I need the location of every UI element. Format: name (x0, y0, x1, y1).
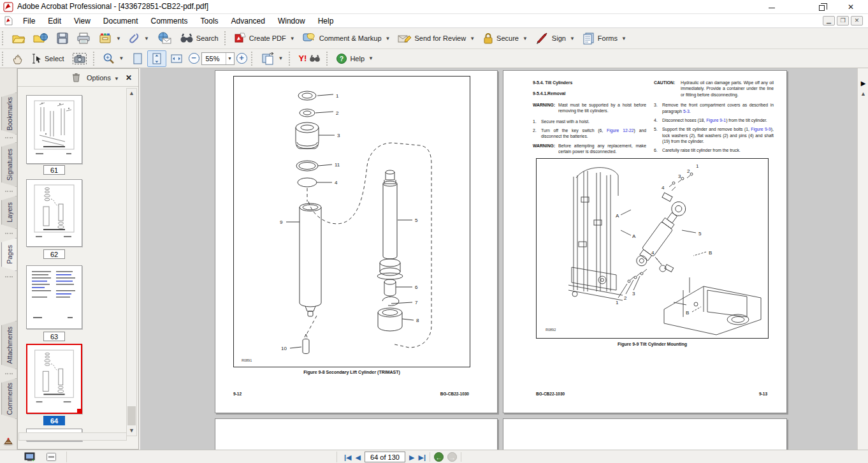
page-number-label[interactable]: 63 (43, 332, 65, 341)
dropdown-caret-icon: ▼ (119, 55, 124, 61)
panel-expand-icon[interactable]: ▶ (859, 78, 867, 89)
search-button[interactable]: Search (176, 30, 222, 47)
page-number-label[interactable]: 61 (43, 165, 65, 175)
forms-icon (582, 32, 595, 45)
secure-button[interactable]: Secure▼ (479, 30, 532, 47)
sidebar-tab-attachments[interactable]: Attachments (1, 321, 17, 369)
dropdown-caret-icon: ▼ (621, 36, 626, 41)
page-thumbnail-63[interactable] (26, 265, 82, 329)
prev-page-icon[interactable]: ◀ (356, 451, 361, 463)
page-thumbnail-64-selected[interactable] (26, 344, 82, 414)
page-number-label[interactable]: 62 (43, 249, 65, 259)
figure-link[interactable]: Figure 9-1 (706, 118, 726, 122)
sidebar-tab-layers[interactable]: Layers (1, 196, 17, 229)
forms-button[interactable]: Forms▼ (579, 30, 630, 47)
part-label: 1 (616, 300, 619, 305)
step-text-part: Secure mast with a hoist. (541, 119, 590, 124)
print-button[interactable] (73, 30, 94, 47)
last-page-icon[interactable]: ▶| (418, 451, 426, 463)
comment-markup-button[interactable]: Comment & Markup▼ (299, 30, 394, 47)
scroll-down-icon[interactable]: ▼ (127, 426, 136, 436)
panel-vertical-scrollbar[interactable]: ▲ ▼ (126, 88, 137, 436)
close-button[interactable]: ✕ (843, 1, 859, 13)
scroll-up-icon[interactable]: ▲ (859, 90, 867, 98)
menu-edit[interactable]: Edit (41, 14, 68, 28)
sign-button[interactable]: Sign▼ (532, 30, 579, 47)
hand-tool-button[interactable] (8, 50, 28, 67)
page-number-input[interactable] (365, 452, 405, 462)
options-menu-button[interactable]: Options ▼ (87, 74, 119, 82)
menu-window[interactable]: Window (271, 14, 312, 28)
help-button[interactable]: ? Help▼ (332, 50, 377, 67)
sidebar-tab-bookmarks[interactable]: Bookmarks (1, 92, 17, 135)
first-page-icon[interactable]: |◀ (344, 451, 352, 463)
document-scrollbar[interactable]: ▶ ▲ (857, 68, 868, 450)
open-web-button[interactable] (29, 30, 52, 47)
box-icon[interactable] (46, 452, 57, 462)
zoom-in-button[interactable]: + (236, 53, 247, 64)
zoom-tool-button[interactable]: ▼ (99, 50, 128, 67)
mdi-close-button[interactable]: ✕ (851, 16, 863, 26)
mdi-minimize-button[interactable]: ▁ (823, 16, 835, 26)
attach-file-button[interactable]: ▼ (125, 30, 153, 47)
scrollbar-thumb[interactable] (127, 406, 136, 425)
step-text-part: Disconnect hoses (18, (662, 118, 706, 122)
sidebar-tab-comments[interactable]: Comments (1, 378, 17, 419)
organizer-button[interactable]: ▼ (94, 30, 125, 47)
figure-link[interactable]: Figure 9-9 (751, 127, 771, 131)
sign-pen-icon (535, 32, 549, 45)
toolbar-grip (224, 31, 228, 45)
tab-bookmarks-label: Bookmarks (6, 97, 13, 131)
menu-file[interactable]: File (17, 14, 41, 28)
select-tool-button[interactable]: Select (28, 50, 68, 67)
open-button[interactable] (8, 30, 29, 47)
zoom-combo-caret-icon[interactable]: ▼ (226, 53, 234, 64)
pdf-page-next-right (503, 418, 787, 450)
zoom-out-button[interactable]: − (189, 53, 199, 64)
panel-horizontal-scrollbar[interactable] (18, 432, 127, 441)
scroll-up-icon[interactable]: ▲ (127, 89, 136, 98)
previous-view-icon[interactable]: ← (434, 452, 444, 462)
menu-document[interactable]: Document (97, 14, 145, 28)
thumbnail-64-preview (27, 345, 81, 411)
open-web-icon (33, 32, 48, 45)
next-view-icon[interactable]: → (447, 452, 457, 462)
fit-visible-button[interactable] (166, 50, 187, 67)
next-page-icon[interactable]: ▶ (409, 451, 414, 463)
options-label: Options (87, 74, 111, 82)
fit-width-button[interactable] (147, 50, 166, 67)
snapshot-button[interactable] (68, 50, 91, 67)
page-thumbnail-61[interactable] (26, 95, 82, 164)
menu-advanced[interactable]: Advanced (225, 14, 271, 28)
menu-tools[interactable]: Tools (194, 14, 225, 28)
sidebar-tab-signatures[interactable]: Signatures (1, 142, 17, 187)
minimize-button[interactable] (763, 1, 780, 13)
thumbnail-63-preview (27, 266, 82, 327)
figure-ref-mark: R0892 (546, 328, 556, 332)
fit-page-button[interactable] (128, 50, 147, 67)
panel-close-icon[interactable]: ✕ (126, 73, 132, 82)
email-icon (157, 32, 172, 45)
page-thumbnail-62[interactable] (26, 179, 82, 247)
menu-comments[interactable]: Comments (145, 14, 194, 28)
yahoo-search-button[interactable]: Y! (294, 50, 324, 67)
warning-label: WARNING: (533, 102, 558, 114)
page-display-button[interactable]: ▼ (257, 50, 287, 67)
save-button[interactable] (52, 30, 73, 47)
monitor-icon[interactable] (24, 452, 35, 462)
trash-icon[interactable] (72, 73, 80, 82)
paragraph-link[interactable]: 5-3 (683, 109, 690, 114)
create-pdf-button[interactable]: Create PDF▼ (230, 30, 299, 47)
figure-link[interactable]: Figure 12-22 (607, 128, 634, 133)
menu-view[interactable]: View (68, 14, 97, 28)
menu-help[interactable]: Help (312, 14, 340, 28)
part-label: 2 (687, 168, 690, 174)
mdi-restore-button[interactable]: ❒ (837, 16, 849, 26)
restore-button[interactable] (813, 1, 830, 13)
page-61-number: 61 (50, 166, 58, 174)
sidebar-tab-pages[interactable]: Pages (1, 238, 17, 271)
page-number-label-selected[interactable]: 64 (43, 416, 65, 425)
send-for-review-button[interactable]: Send for Review▼ (394, 30, 479, 47)
zoom-level-combo[interactable]: 55% ▼ (201, 52, 235, 65)
email-button[interactable] (153, 30, 176, 47)
